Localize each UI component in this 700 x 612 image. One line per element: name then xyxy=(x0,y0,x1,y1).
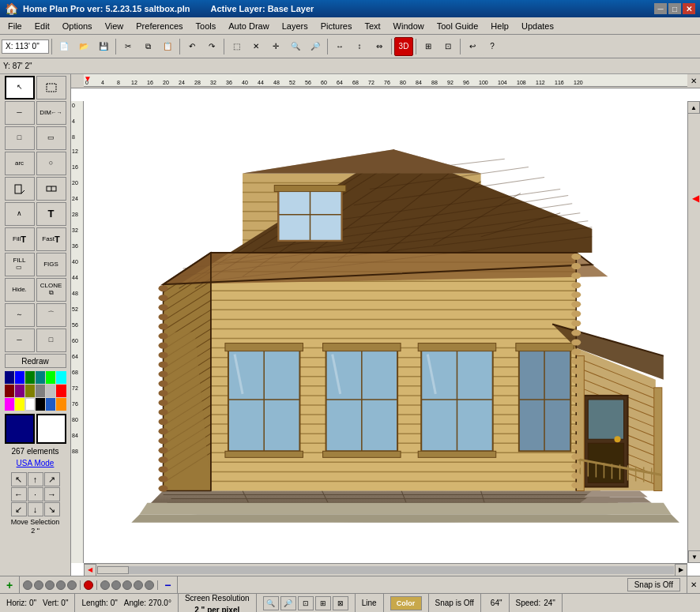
arrow-up[interactable]: ↑ xyxy=(28,472,43,486)
layer-dot-8[interactable] xyxy=(122,580,132,590)
layer-dot-2[interactable] xyxy=(34,580,43,590)
bottom-scrollbar[interactable]: ◀ ▶ xyxy=(84,563,687,576)
toolbar-save[interactable]: 💾 xyxy=(94,37,113,56)
menu-tools[interactable]: Tools xyxy=(190,17,223,34)
zoom-btn-2[interactable]: 🔎 xyxy=(280,596,296,610)
tool-circle[interactable]: ○ xyxy=(36,152,66,175)
menu-layers[interactable]: Layers xyxy=(276,17,314,34)
tool-select-box[interactable] xyxy=(36,76,66,99)
tool-wave[interactable]: ～ xyxy=(5,303,35,327)
tool-door[interactable] xyxy=(5,177,35,201)
usa-mode[interactable]: USA Mode xyxy=(17,459,55,467)
foreground-color[interactable] xyxy=(5,414,35,444)
toolbar-open[interactable]: 📂 xyxy=(74,37,93,56)
toolbar-select[interactable]: ⬚ xyxy=(227,37,246,56)
zoom-out-btn[interactable]: − xyxy=(164,579,171,591)
color-green[interactable] xyxy=(25,371,35,384)
active-layer-dot[interactable] xyxy=(81,580,97,590)
color-cyan[interactable] xyxy=(56,371,66,384)
color-red[interactable] xyxy=(56,385,66,397)
color-button[interactable]: Color xyxy=(390,596,422,610)
menu-toolguide[interactable]: Tool Guide xyxy=(431,17,485,34)
arrow-right[interactable]: → xyxy=(44,487,60,501)
color-lime[interactable] xyxy=(46,371,55,384)
scroll-left[interactable]: ◀ xyxy=(84,564,96,576)
toolbar-3d[interactable]: 3D xyxy=(394,37,413,56)
tool-curve[interactable]: ⌒ xyxy=(36,303,66,327)
toolbar-stretch[interactable]: ⇔ xyxy=(370,37,389,56)
scroll-down[interactable]: ▼ xyxy=(688,550,700,563)
tool-line[interactable]: ─ xyxy=(5,101,35,125)
arrow-down[interactable]: ↓ xyxy=(28,502,43,516)
tool-stair[interactable]: ∧ xyxy=(5,202,35,226)
toolbar-delete[interactable]: ✕ xyxy=(247,37,265,56)
layer-dot-7[interactable] xyxy=(111,580,121,590)
zoom-in-btn[interactable]: + xyxy=(6,579,13,591)
layer-dot-4[interactable] xyxy=(56,580,66,590)
color-navy[interactable] xyxy=(5,371,14,384)
toolbar-zoom-in[interactable]: 🔍 xyxy=(286,37,305,56)
color-teal[interactable] xyxy=(36,371,45,384)
tool-hbox[interactable]: □ xyxy=(36,329,66,352)
layer-dot-9[interactable] xyxy=(134,580,143,590)
tool-figs[interactable]: FIGS xyxy=(36,253,66,276)
menu-text[interactable]: Text xyxy=(358,17,386,34)
tool-rect[interactable]: □ xyxy=(5,126,35,150)
tool-text-fast[interactable]: FastT xyxy=(36,227,66,251)
color-purple[interactable] xyxy=(15,385,24,397)
color-white[interactable] xyxy=(25,398,35,411)
right-scrollbar[interactable]: ▼ xyxy=(687,114,700,563)
arrow-up-left[interactable]: ↖ xyxy=(11,472,27,486)
menu-file[interactable]: File xyxy=(2,17,28,34)
color-blue[interactable] xyxy=(15,371,24,384)
layer-dot-5[interactable] xyxy=(67,580,77,590)
active-dot[interactable] xyxy=(84,580,93,590)
tool-select[interactable]: ↖ xyxy=(5,76,35,99)
color-orange[interactable] xyxy=(56,398,66,411)
tool-arc[interactable]: arc xyxy=(5,152,35,175)
tool-text[interactable]: T xyxy=(36,202,66,226)
arrow-center[interactable]: · xyxy=(28,487,43,501)
background-color[interactable] xyxy=(36,414,66,444)
menu-pictures[interactable]: Pictures xyxy=(314,17,359,34)
menu-view[interactable]: View xyxy=(99,17,130,34)
snap-settings-button[interactable]: Snap is Off xyxy=(627,578,680,591)
zoom-btn-1[interactable]: 🔍 xyxy=(263,596,279,610)
color-yellow[interactable] xyxy=(15,398,24,411)
toolbar-flip-h[interactable]: ↔ xyxy=(330,37,349,56)
tool-window[interactable] xyxy=(36,177,66,201)
toolbar-paste[interactable]: 📋 xyxy=(158,37,177,56)
menu-options[interactable]: Options xyxy=(56,17,99,34)
color-silver[interactable] xyxy=(46,385,55,397)
menu-window[interactable]: Window xyxy=(387,17,431,34)
zoom-btn-5[interactable]: ⊠ xyxy=(333,596,348,610)
toolbar-zoom-fit[interactable]: ⊡ xyxy=(438,37,457,56)
color-maroon[interactable] xyxy=(5,385,14,397)
color-cornblue[interactable] xyxy=(46,398,55,411)
color-black[interactable] xyxy=(36,398,45,411)
tool-hide[interactable]: Hide. xyxy=(5,278,35,302)
toolbar-new[interactable]: 📄 xyxy=(55,37,73,56)
h-scroll-track[interactable] xyxy=(97,566,674,574)
tool-dim[interactable]: DIM←→ xyxy=(36,101,66,125)
color-olive[interactable] xyxy=(25,385,35,397)
menu-updates[interactable]: Updates xyxy=(515,17,560,34)
menu-autodraw[interactable]: Auto Draw xyxy=(222,17,275,34)
tool-fill[interactable]: FILL▭ xyxy=(5,253,35,276)
maximize-button[interactable]: □ xyxy=(668,3,681,14)
tool-hline[interactable]: ─ xyxy=(5,329,35,352)
toolbar-help[interactable]: ? xyxy=(483,37,502,56)
layer-dot-6[interactable] xyxy=(100,580,110,590)
layer-dot-10[interactable] xyxy=(145,580,154,590)
minimize-button[interactable]: ─ xyxy=(654,3,667,14)
arrow-up-right[interactable]: ↗ xyxy=(44,472,60,486)
tool-clone[interactable]: CLONE⧉ xyxy=(36,278,66,302)
drawing-canvas[interactable] xyxy=(84,101,687,563)
arrow-left[interactable]: ← xyxy=(11,487,27,501)
color-fuchsia[interactable] xyxy=(5,398,14,411)
toolbar-undo[interactable]: ↶ xyxy=(183,37,201,56)
tool-rect2[interactable]: ▭ xyxy=(36,126,66,150)
menu-edit[interactable]: Edit xyxy=(28,17,56,34)
zoom-btn-4[interactable]: ⊞ xyxy=(315,596,331,610)
close-button[interactable]: ✕ xyxy=(683,3,695,14)
